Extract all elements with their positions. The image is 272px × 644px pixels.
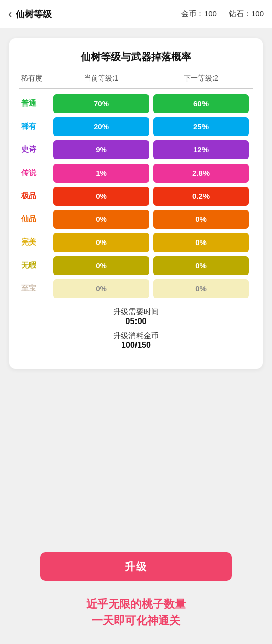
bottom-text-section: 近乎无限的桃子数量 一天即可化神通关 <box>0 591 272 644</box>
upgrade-cost-label: 升级消耗金币 <box>19 331 253 341</box>
bottom-line1: 近乎无限的桃子数量 <box>10 596 262 612</box>
rarity-label: 极品 <box>21 191 51 201</box>
coins-label: 金币： <box>181 9 204 18</box>
table-divider <box>19 88 253 89</box>
bottom-line2: 一天即可化神通关 <box>10 612 262 629</box>
rarity-label: 普通 <box>21 99 51 108</box>
upgrade-button[interactable]: 升级 <box>40 552 232 581</box>
rarity-label: 传说 <box>21 168 51 178</box>
col-current-label: 当前等级:1 <box>51 74 151 83</box>
table-header: 稀有度 当前等级:1 下一等级:2 <box>19 74 253 83</box>
upgrade-button-wrap: 升级 <box>0 542 272 591</box>
app-header: ‹ 仙树等级 金币：100 钻石：100 <box>0 0 272 28</box>
bar-next: 0% <box>153 210 249 229</box>
bar-current: 0% <box>53 256 149 275</box>
rate-row: 稀有 20% 25% <box>19 117 253 136</box>
back-button[interactable]: ‹ <box>8 8 12 21</box>
bar-next: 0% <box>153 279 249 298</box>
bar-next: 2.8% <box>153 164 249 183</box>
bar-current: 9% <box>53 140 149 159</box>
rate-row: 仙品 0% 0% <box>19 210 253 229</box>
rate-row: 传说 1% 2.8% <box>19 164 253 183</box>
bar-next: 12% <box>153 140 249 159</box>
rarity-label: 无暇 <box>21 261 51 270</box>
rate-row: 极品 0% 0.2% <box>19 187 253 206</box>
bar-next: 60% <box>153 94 249 113</box>
bar-current: 20% <box>53 117 149 136</box>
upgrade-time-label: 升级需要时间 <box>19 307 253 317</box>
bar-current: 0% <box>53 279 149 298</box>
bar-next: 0% <box>153 233 249 252</box>
rate-row: 史诗 9% 12% <box>19 140 253 159</box>
bar-next: 25% <box>153 117 249 136</box>
rarity-label: 完美 <box>21 237 51 247</box>
bar-next: 0.2% <box>153 187 249 206</box>
coins-display: 金币：100 <box>181 9 217 19</box>
upgrade-cost-value: 100/150 <box>19 341 253 350</box>
diamonds-value: 100 <box>251 9 264 18</box>
coins-value: 100 <box>204 9 217 18</box>
rate-row: 完美 0% 0% <box>19 233 253 252</box>
bar-current: 1% <box>53 164 149 183</box>
rarity-label: 史诗 <box>21 145 51 154</box>
bar-current: 0% <box>53 233 149 252</box>
rate-row: 至宝 0% 0% <box>19 279 253 298</box>
card-title: 仙树等级与武器掉落概率 <box>19 50 253 64</box>
diamonds-display: 钻石：100 <box>229 9 264 19</box>
main-card: 仙树等级与武器掉落概率 稀有度 当前等级:1 下一等级:2 普通 70% 60%… <box>9 38 263 369</box>
bar-next: 0% <box>153 256 249 275</box>
diamonds-label: 钻石： <box>229 9 251 18</box>
bar-current: 0% <box>53 210 149 229</box>
rate-row: 普通 70% 60% <box>19 94 253 113</box>
bar-current: 0% <box>53 187 149 206</box>
col-next-label: 下一等级:2 <box>151 74 251 83</box>
rarity-label: 稀有 <box>21 122 51 131</box>
page-title: 仙树等级 <box>16 8 169 20</box>
upgrade-time-value: 05:00 <box>19 317 253 326</box>
col-rarity-label: 稀有度 <box>21 74 51 83</box>
upgrade-info: 升级需要时间 05:00 升级消耗金币 100/150 <box>19 307 253 350</box>
mid-spacer <box>0 379 272 543</box>
rate-row: 无暇 0% 0% <box>19 256 253 275</box>
rarity-label: 至宝 <box>21 284 51 293</box>
rate-rows: 普通 70% 60% 稀有 20% 25% 史诗 9% 12% 传说 1% 2.… <box>19 94 253 298</box>
rarity-label: 仙品 <box>21 214 51 224</box>
bar-current: 70% <box>53 94 149 113</box>
